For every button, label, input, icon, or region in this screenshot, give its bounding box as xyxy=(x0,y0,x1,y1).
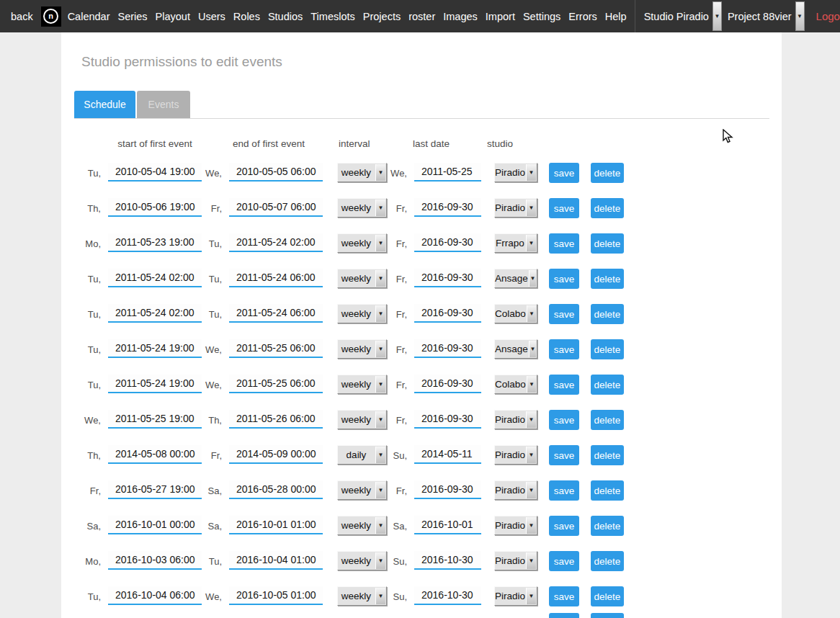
nav-item-users[interactable]: Users xyxy=(198,11,225,22)
start-datetime-input[interactable] xyxy=(108,516,202,534)
chevron-down-icon[interactable]: ▼ xyxy=(795,1,805,31)
interval-select[interactable]: weekly ▼ xyxy=(337,339,387,359)
start-datetime-input[interactable] xyxy=(108,339,202,358)
save-button[interactable]: save xyxy=(549,586,579,606)
chevron-down-icon[interactable]: ▼ xyxy=(375,164,385,181)
delete-button[interactable]: delete xyxy=(591,586,624,606)
save-button[interactable]: save xyxy=(549,339,579,359)
interval-select[interactable]: weekly ▼ xyxy=(337,198,387,218)
save-button[interactable]: save xyxy=(549,551,579,571)
start-datetime-input[interactable] xyxy=(108,269,202,287)
nav-item-playout[interactable]: Playout xyxy=(156,11,190,22)
start-datetime-input[interactable] xyxy=(108,304,202,323)
studio-row-select[interactable]: Ansage ▼ xyxy=(494,269,537,288)
interval-select[interactable]: weekly ▼ xyxy=(337,233,387,253)
logout-link[interactable]: Logout xyxy=(816,10,840,22)
nav-item-help[interactable]: Help xyxy=(605,11,627,22)
save-button[interactable]: save xyxy=(549,163,579,183)
chevron-down-icon[interactable]: ▼ xyxy=(526,447,536,463)
last-date-input[interactable] xyxy=(414,445,481,464)
save-button[interactable]: save xyxy=(549,269,579,289)
chevron-down-icon[interactable]: ▼ xyxy=(529,341,536,357)
chevron-down-icon[interactable]: ▼ xyxy=(375,552,385,569)
chevron-down-icon[interactable]: ▼ xyxy=(375,341,385,357)
chevron-down-icon[interactable]: ▼ xyxy=(375,588,385,604)
nav-item-import[interactable]: Import xyxy=(486,11,515,22)
end-datetime-input[interactable] xyxy=(229,516,323,534)
chevron-down-icon[interactable]: ▼ xyxy=(526,200,536,216)
start-datetime-input[interactable] xyxy=(108,480,202,499)
interval-select[interactable]: weekly ▼ xyxy=(337,304,387,323)
chevron-down-icon[interactable]: ▼ xyxy=(526,482,536,498)
nav-item-errors[interactable]: Errors xyxy=(568,11,597,22)
end-datetime-input[interactable] xyxy=(229,233,323,252)
interval-select[interactable]: weekly ▼ xyxy=(337,410,387,429)
delete-button[interactable]: delete xyxy=(591,163,624,183)
end-datetime-input[interactable] xyxy=(229,304,323,323)
interval-select[interactable]: weekly ▼ xyxy=(337,163,387,182)
partial-next-row-delete-button[interactable] xyxy=(591,613,624,618)
last-date-input[interactable] xyxy=(414,586,481,605)
studio-row-select[interactable]: Piradio ▼ xyxy=(494,480,537,500)
start-datetime-input[interactable] xyxy=(108,410,202,429)
last-date-input[interactable] xyxy=(414,269,481,287)
nav-item-roles[interactable]: Roles xyxy=(233,11,260,22)
delete-button[interactable]: delete xyxy=(591,551,624,571)
nav-item-calendar[interactable]: Calendar xyxy=(68,11,110,22)
delete-button[interactable]: delete xyxy=(591,304,624,324)
end-datetime-input[interactable] xyxy=(229,375,323,393)
nav-item-images[interactable]: Images xyxy=(443,11,478,22)
tab-schedule[interactable]: Schedule xyxy=(74,91,135,118)
chevron-down-icon[interactable]: ▼ xyxy=(375,376,385,393)
studio-row-select[interactable]: Piradio ▼ xyxy=(494,445,537,465)
delete-button[interactable]: delete xyxy=(591,233,624,254)
chevron-down-icon[interactable]: ▼ xyxy=(529,270,536,287)
chevron-down-icon[interactable]: ▼ xyxy=(526,552,536,569)
delete-button[interactable]: delete xyxy=(591,339,624,359)
delete-button[interactable]: delete xyxy=(591,375,624,395)
last-date-input[interactable] xyxy=(414,163,481,182)
save-button[interactable]: save xyxy=(549,233,579,254)
chevron-down-icon[interactable]: ▼ xyxy=(375,447,385,463)
save-button[interactable]: save xyxy=(549,410,579,430)
delete-button[interactable]: delete xyxy=(591,410,624,430)
chevron-down-icon[interactable]: ▼ xyxy=(527,305,536,322)
end-datetime-input[interactable] xyxy=(229,339,323,358)
studio-row-select[interactable]: Frrapo ▼ xyxy=(494,233,537,253)
end-datetime-input[interactable] xyxy=(229,551,323,570)
start-datetime-input[interactable] xyxy=(108,445,202,464)
start-datetime-input[interactable] xyxy=(108,198,202,217)
last-date-input[interactable] xyxy=(414,233,481,252)
project-select[interactable]: Project 88vier ▼ xyxy=(728,0,805,32)
delete-button[interactable]: delete xyxy=(591,516,624,536)
save-button[interactable]: save xyxy=(549,516,579,536)
interval-select[interactable]: weekly ▼ xyxy=(337,480,387,500)
save-button[interactable]: save xyxy=(549,480,579,501)
interval-select[interactable]: weekly ▼ xyxy=(337,516,387,535)
nav-item-series[interactable]: Series xyxy=(117,11,147,22)
studio-row-select[interactable]: Piradio ▼ xyxy=(494,198,537,218)
partial-next-row-save-button[interactable] xyxy=(549,613,579,618)
chevron-down-icon[interactable]: ▼ xyxy=(375,270,385,287)
end-datetime-input[interactable] xyxy=(229,410,323,429)
chevron-down-icon[interactable]: ▼ xyxy=(375,517,385,534)
interval-select[interactable]: daily ▼ xyxy=(337,445,387,465)
interval-select[interactable]: weekly ▼ xyxy=(337,375,387,394)
last-date-input[interactable] xyxy=(414,480,481,499)
delete-button[interactable]: delete xyxy=(591,269,624,289)
tab-events[interactable]: Events xyxy=(137,91,190,118)
last-date-input[interactable] xyxy=(414,516,481,534)
chevron-down-icon[interactable]: ▼ xyxy=(526,517,536,534)
last-date-input[interactable] xyxy=(414,304,481,323)
delete-button[interactable]: delete xyxy=(591,445,624,465)
end-datetime-input[interactable] xyxy=(229,163,323,182)
last-date-input[interactable] xyxy=(414,410,481,429)
chevron-down-icon[interactable]: ▼ xyxy=(527,376,536,393)
back-link[interactable]: back xyxy=(11,11,33,22)
chevron-down-icon[interactable]: ▼ xyxy=(375,411,385,428)
studio-select[interactable]: Studio Piradio ▼ xyxy=(644,0,722,32)
studio-row-select[interactable]: Piradio ▼ xyxy=(494,410,537,429)
chevron-down-icon[interactable]: ▼ xyxy=(526,588,536,604)
studio-row-select[interactable]: Colabo ▼ xyxy=(494,375,537,394)
chevron-down-icon[interactable]: ▼ xyxy=(375,482,385,498)
